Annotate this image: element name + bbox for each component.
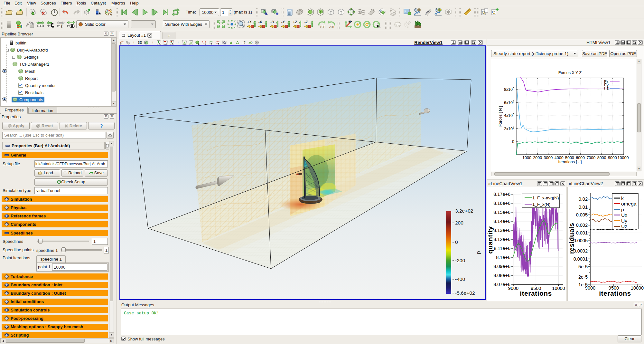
svg-text:Uy: Uy (621, 218, 627, 224)
svg-text:-200: -200 (455, 258, 465, 263)
svg-text:0.02: 0.02 (579, 196, 588, 202)
svg-text:200: 200 (455, 220, 463, 225)
svg-text:?: ? (251, 41, 253, 45)
svg-text:-Y: -Y (281, 20, 285, 24)
svg-text:8.16e+6: 8.16e+6 (493, 201, 510, 206)
svg-text:4x106: 4x106 (504, 113, 514, 118)
svg-text:+90: +90 (320, 25, 325, 29)
svg-text:8.11e+6: 8.11e+6 (494, 246, 510, 251)
svg-text:1_F_x-avg(N): 1_F_x-avg(N) (532, 196, 559, 200)
svg-text:5000: 5000 (565, 156, 574, 160)
svg-text:0: 0 (512, 139, 514, 144)
svg-text:3.2e+02: 3.2e+02 (455, 208, 473, 214)
svg-text:p: p (621, 207, 624, 212)
svg-text:0.0001: 0.0001 (574, 256, 588, 262)
svg-text:3000: 3000 (544, 156, 553, 160)
svg-text:8.17e+6: 8.17e+6 (493, 192, 510, 197)
svg-text:k: k (621, 196, 624, 201)
svg-text:p: p (475, 251, 481, 254)
svg-text:0.002: 0.002 (576, 223, 588, 228)
svg-text:t: t (61, 23, 63, 29)
svg-text:quantity: quantity (487, 226, 494, 254)
svg-text:residuals: residuals (568, 223, 575, 254)
svg-text:8.1e+6: 8.1e+6 (496, 255, 510, 260)
svg-text:Uz: Uz (621, 224, 627, 229)
svg-text:10000: 10000 (618, 156, 629, 160)
svg-text:8x106: 8x106 (504, 87, 514, 92)
svg-text:0.0002: 0.0002 (574, 248, 588, 253)
svg-text:-400: -400 (455, 276, 465, 282)
svg-text:5e-5: 5e-5 (578, 264, 588, 269)
svg-text:10000: 10000 (552, 286, 565, 291)
svg-text:7000: 7000 (586, 156, 595, 160)
svg-text:Ux: Ux (621, 212, 627, 218)
svg-text:Forces X Y Z: Forces X Y Z (558, 71, 582, 75)
svg-text:0.0005: 0.0005 (574, 238, 588, 243)
svg-text:omega: omega (621, 201, 637, 206)
svg-text:-?: -? (242, 41, 246, 44)
svg-text:1_F_x(N): 1_F_x(N) (532, 202, 550, 207)
svg-text:0: 0 (455, 239, 458, 245)
svg-text:+Z: +Z (293, 20, 297, 24)
svg-text:10000: 10000 (631, 285, 644, 291)
svg-text:9000: 9000 (508, 286, 518, 291)
svg-text:-5.6e+02: -5.6e+02 (455, 290, 475, 296)
svg-text:8000: 8000 (597, 156, 606, 160)
svg-text:2000: 2000 (533, 156, 542, 160)
svg-text:9000: 9000 (585, 285, 595, 291)
svg-text:6000: 6000 (576, 156, 585, 160)
svg-text:2x106: 2x106 (504, 126, 514, 131)
svg-text:+X: +X (247, 20, 252, 24)
svg-text:0.005: 0.005 (576, 212, 588, 217)
svg-text:iterations: iterations (599, 290, 631, 297)
svg-text:8.09e+6: 8.09e+6 (493, 264, 510, 269)
svg-text:Iterations [ - ]: Iterations [ - ] (558, 160, 582, 164)
svg-text:+Y: +Y (270, 20, 275, 24)
svg-text:8.08e+6: 8.08e+6 (493, 273, 510, 278)
svg-text:-X: -X (258, 20, 262, 24)
svg-text:Forces [ N ]: Forces [ N ] (498, 106, 503, 127)
svg-text:9000: 9000 (608, 156, 617, 160)
svg-text:-Z: -Z (304, 20, 308, 24)
svg-text:8.14e+6: 8.14e+6 (493, 219, 510, 224)
svg-text:0.01: 0.01 (579, 205, 588, 210)
svg-text:8.15e+6: 8.15e+6 (493, 210, 510, 215)
svg-text:4000: 4000 (555, 156, 564, 160)
svg-text:8.13e+6: 8.13e+6 (493, 228, 510, 233)
svg-text:2e-5: 2e-5 (578, 274, 588, 280)
svg-text:-90: -90 (329, 25, 334, 29)
svg-text:Fz: Fz (604, 86, 609, 91)
svg-text:iterations: iterations (520, 290, 552, 297)
svg-text:1000: 1000 (522, 156, 531, 160)
svg-text:6x106: 6x106 (504, 100, 514, 105)
svg-text:8.12e+6: 8.12e+6 (493, 237, 510, 242)
svg-text:0.001: 0.001 (576, 230, 588, 235)
